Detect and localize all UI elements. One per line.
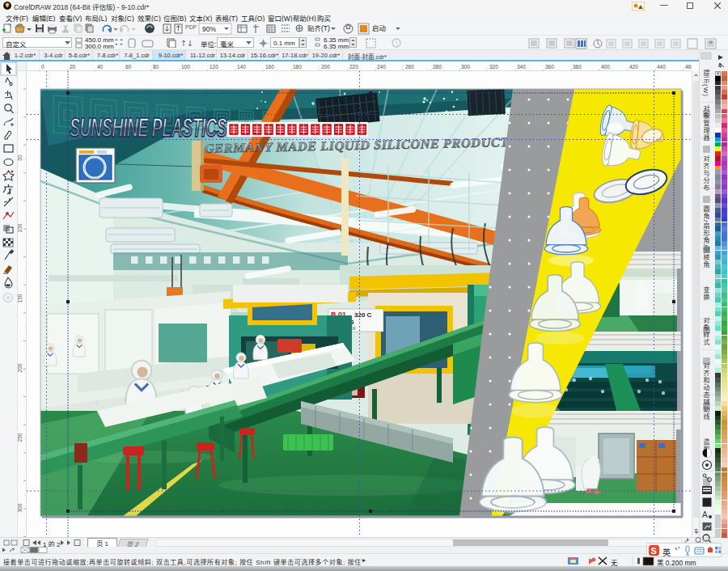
svg-text:S: S: [651, 546, 657, 556]
svg-text:A: A: [702, 510, 708, 519]
svg-text:SUNSHINE PLASTICS: SUNSHINE PLASTICS: [70, 112, 227, 142]
svg-text:320 C: 320 C: [354, 311, 372, 319]
